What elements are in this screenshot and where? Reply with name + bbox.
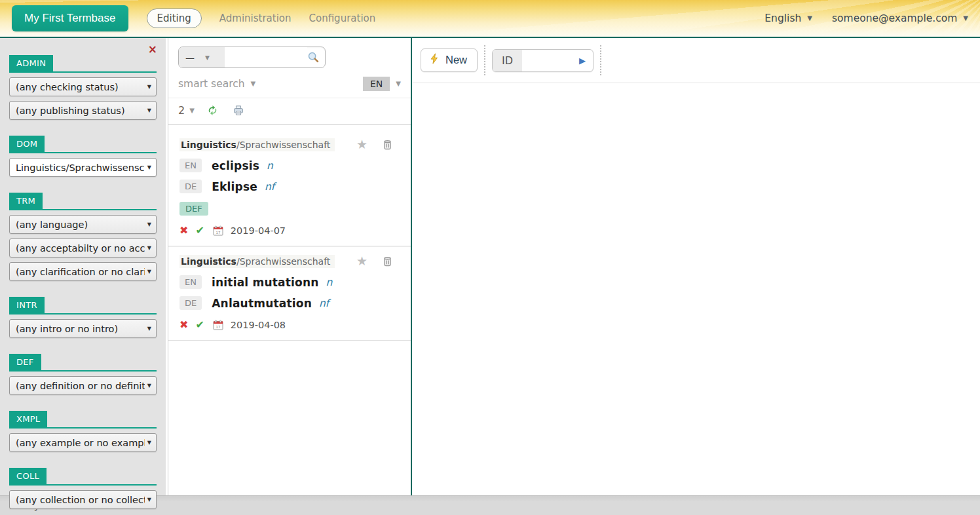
intro-select[interactable]: (any intro or no intro) ▼ <box>9 319 157 338</box>
chevron-down-icon: ▼ <box>147 383 151 389</box>
language-menu[interactable]: English ▼ <box>764 12 812 24</box>
entry-card[interactable]: Linguistics/Sprachwissenschaft ★ <box>168 246 411 341</box>
new-button-label: New <box>445 54 467 66</box>
toolbar-separator <box>484 45 485 75</box>
search-mode-select[interactable]: — ▼ <box>179 47 225 67</box>
chevron-down-icon: ▼ <box>807 15 812 22</box>
user-menu[interactable]: someone@example.com ▼ <box>832 12 968 24</box>
results-panel: — ▼ smart search ▼ EN ▼ 2 ▼ <box>168 38 411 495</box>
favorite-star-icon[interactable]: ★ <box>356 255 368 267</box>
calendar-icon[interactable]: 17 <box>213 225 223 236</box>
filter-section-trm: TRM (any language) ▼ (any acceptabilty o… <box>9 193 157 281</box>
id-label: ID <box>493 50 522 71</box>
delete-trash-icon[interactable] <box>383 256 392 267</box>
term-row: DE Eklipse nf <box>179 180 401 193</box>
entry-domain: Linguistics/Sprachwissenschaft <box>179 255 335 268</box>
approve-check-icon[interactable]: ✔ <box>195 225 204 236</box>
entry-status-row: ✖ ✔ 17 2019-04-07 <box>179 225 401 236</box>
pos-text: n <box>267 160 273 172</box>
editor-panel: New ID ▶ <box>412 38 980 495</box>
acceptability-select[interactable]: (any acceptabilty or no acce ▼ <box>9 238 157 258</box>
section-label-admin: ADMIN <box>9 55 53 71</box>
main-area: × ADMIN (any checking status) ▼ (any pub… <box>0 38 980 495</box>
language-filter-select[interactable]: (any language) ▼ <box>9 215 157 234</box>
section-label-xmpl: XMPL <box>9 411 47 427</box>
chevron-down-icon: ▼ <box>147 221 151 227</box>
calendar-icon[interactable]: 17 <box>213 320 223 330</box>
search-icon[interactable] <box>307 51 320 64</box>
id-input[interactable] <box>522 50 577 71</box>
smart-search-toggle[interactable]: smart search <box>178 78 245 90</box>
app-title-button[interactable]: My First Termbase <box>12 5 128 31</box>
entry-card[interactable]: Linguistics/Sprachwissenschaft ★ <box>168 130 411 246</box>
checking-status-select[interactable]: (any checking status) ▼ <box>9 77 157 96</box>
main-nav: Editing Administration Configuration <box>147 9 376 28</box>
chevron-down-icon: ▼ <box>147 245 151 251</box>
entry-list: Linguistics/Sprachwissenschaft ★ <box>168 124 411 495</box>
delete-trash-icon[interactable] <box>383 139 392 150</box>
domain-select[interactable]: Linguistics/Sprachwissensch ▼ <box>9 158 157 177</box>
svg-text:17: 17 <box>216 231 220 235</box>
section-label-trm: TRM <box>9 193 43 209</box>
section-label-def: DEF <box>9 354 41 370</box>
tab-configuration[interactable]: Configuration <box>309 12 376 24</box>
search-input[interactable] <box>225 47 307 67</box>
def-badge: DEF <box>179 202 208 216</box>
entry-date: 2019-04-08 <box>231 320 286 330</box>
lang-tag: DE <box>179 296 202 310</box>
print-button[interactable] <box>232 104 245 117</box>
lang-tag: EN <box>179 275 202 289</box>
example-select[interactable]: (any example or no example ▼ <box>9 433 157 452</box>
chevron-down-icon: ▼ <box>147 107 151 113</box>
language-label: English <box>764 12 801 24</box>
editor-body <box>412 83 980 495</box>
chevron-down-icon: ▼ <box>147 326 151 332</box>
term-text: Anlautmutation <box>212 297 312 310</box>
search-language-badge[interactable]: EN <box>363 77 390 91</box>
section-label-coll: COLL <box>9 468 47 484</box>
approve-check-icon[interactable]: ✔ <box>195 320 204 330</box>
definition-select[interactable]: (any definition or no definitio ▼ <box>9 376 157 395</box>
term-row: EN initial mutationn n <box>179 275 401 289</box>
filter-section-admin: ADMIN (any checking status) ▼ (any publi… <box>9 55 157 120</box>
term-text: initial mutationn <box>212 276 319 289</box>
goto-id-group: ID ▶ <box>492 49 594 72</box>
term-row: DE Anlautmutation nf <box>179 296 401 310</box>
search-options-row: smart search ▼ EN ▼ <box>178 77 401 91</box>
lightning-icon <box>429 53 440 67</box>
search-bar: — ▼ <box>178 47 326 68</box>
filter-section-coll: COLL (any collection or no collecti ▼ <box>9 468 157 509</box>
publishing-status-select[interactable]: (any publishing status) ▼ <box>9 101 157 120</box>
chevron-down-icon[interactable]: ▼ <box>189 107 195 114</box>
new-entry-button[interactable]: New <box>421 48 478 72</box>
reject-x-icon[interactable]: ✖ <box>179 320 188 330</box>
lang-tag: EN <box>179 159 202 172</box>
go-arrow-icon[interactable]: ▶ <box>579 56 586 65</box>
reject-x-icon[interactable]: ✖ <box>179 225 188 236</box>
pos-text: n <box>326 277 333 288</box>
tab-administration[interactable]: Administration <box>219 12 292 24</box>
favorite-star-icon[interactable]: ★ <box>356 138 368 151</box>
tab-editing[interactable]: Editing <box>147 9 202 28</box>
clarification-select[interactable]: (any clarification or no clarif ▼ <box>9 262 157 281</box>
filter-section-def: DEF (any definition or no definitio ▼ <box>9 354 157 395</box>
entry-status-row: ✖ ✔ 17 2019-04-08 <box>179 320 401 330</box>
user-email: someone@example.com <box>832 12 957 24</box>
close-icon[interactable]: × <box>148 44 157 55</box>
chevron-down-icon: ▼ <box>147 269 151 275</box>
section-label-intr: INTR <box>9 297 45 313</box>
refresh-button[interactable] <box>206 104 219 117</box>
chevron-down-icon: ▼ <box>147 497 151 503</box>
result-count[interactable]: 2 <box>178 104 185 117</box>
filter-section-intr: INTR (any intro or no intro) ▼ <box>9 297 157 338</box>
entry-domain: Linguistics/Sprachwissenschaft <box>179 138 335 151</box>
chevron-down-icon[interactable]: ▼ <box>251 81 256 87</box>
collection-select[interactable]: (any collection or no collecti ▼ <box>9 490 157 509</box>
chevron-down-icon: ▼ <box>963 15 968 22</box>
pos-text: nf <box>319 297 329 309</box>
toolbar-separator <box>600 45 601 75</box>
header-right: English ▼ someone@example.com ▼ <box>764 12 968 24</box>
chevron-down-icon[interactable]: ▼ <box>396 81 401 87</box>
term-text: eclipsis <box>212 159 259 172</box>
pos-text: nf <box>265 181 274 193</box>
